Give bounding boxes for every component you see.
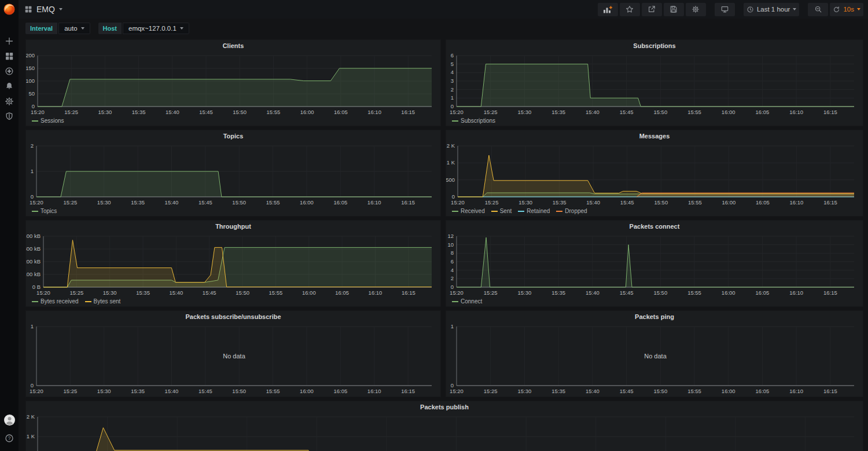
legend-color-dash	[452, 120, 458, 122]
x-axis-label: 15:55	[687, 289, 701, 296]
legend-item-subscriptions[interactable]: Subscriptions	[452, 118, 495, 124]
x-axis-label: 15:50	[653, 109, 667, 115]
title-caret-icon[interactable]	[59, 8, 62, 10]
x-axis-label: 15:50	[233, 109, 247, 115]
grafana-app: ? EMQ	[0, 0, 868, 451]
add-panel-button[interactable]	[598, 3, 618, 16]
sidebar-item-configuration[interactable]	[0, 94, 19, 109]
chart-packets-publish[interactable]: 05001 K2 K15:2015:2515:3015:3515:4015:45…	[26, 401, 864, 451]
add-panel-icon	[603, 5, 613, 14]
x-axis-label: 15:25	[63, 199, 77, 206]
chart-subscriptions[interactable]: 012345615:2015:2515:3015:3515:4015:4515:…	[446, 40, 864, 127]
legend-packets-connect: Connect	[452, 298, 482, 305]
panel-subscriptions: Subscriptions012345615:2015:2515:3015:35…	[446, 39, 863, 126]
gear-icon	[5, 97, 14, 106]
sidebar-nav	[0, 34, 19, 124]
y-axis-label: 1	[31, 323, 34, 329]
y-axis-label: 150	[26, 65, 35, 71]
legend-item-sent[interactable]: Sent	[491, 208, 512, 214]
legend-item-received[interactable]: Received	[452, 208, 485, 214]
refresh-caret-icon	[857, 8, 860, 10]
zoom-out-icon	[814, 5, 822, 13]
y-axis-label: 1	[31, 168, 34, 174]
star-icon	[626, 5, 634, 13]
legend-item-retained[interactable]: Retained	[518, 208, 550, 214]
legend-item-connect[interactable]: Connect	[452, 298, 482, 305]
sidebar-item-explore[interactable]	[0, 64, 19, 79]
legend-item-sessions[interactable]: Sessions	[32, 118, 64, 124]
legend-item-topics[interactable]: Topics	[32, 208, 57, 214]
submenu: Interval auto Host emqx~127.0.0.1	[19, 19, 868, 38]
sidebar-item-create[interactable]	[0, 34, 19, 49]
top-navbar: EMQ	[19, 0, 868, 19]
chart-throughput[interactable]: 0 B100 kB200 kB300 kB400 kB15:2015:2515:…	[26, 221, 442, 307]
legend-item-bytes-sent[interactable]: Bytes sent	[85, 298, 121, 305]
x-axis-label: 15:50	[653, 388, 667, 394]
chart-topics[interactable]: 01215:2015:2515:3015:3515:4015:4515:5015…	[26, 130, 442, 217]
cycle-view-mode-button[interactable]	[715, 3, 735, 16]
grafana-logo-icon[interactable]	[2, 2, 16, 16]
bell-icon	[5, 82, 14, 91]
save-dashboard-button[interactable]	[664, 3, 684, 16]
sidebar-item-dashboards[interactable]	[0, 49, 19, 64]
series-area-packets-publish	[38, 428, 854, 451]
x-axis-label: 15:35	[136, 289, 150, 296]
variable-interval-value[interactable]: auto	[58, 23, 90, 34]
x-axis-label: 15:50	[654, 199, 668, 206]
x-axis-label: 16:15	[823, 388, 837, 394]
user-avatar[interactable]	[3, 414, 16, 428]
x-axis-label: 16:00	[300, 199, 314, 206]
share-button[interactable]	[642, 3, 662, 16]
legend-color-dash	[452, 211, 458, 212]
dashboard-grid: Clients05010015020015:2015:2515:3015:351…	[0, 0, 868, 451]
no-data-text: No data	[644, 353, 667, 360]
x-axis-label: 15:55	[269, 289, 283, 296]
x-axis-label: 16:05	[333, 199, 347, 206]
variable-host-value[interactable]: emqx~127.0.0.1	[123, 23, 189, 34]
sidebar-item-server-admin[interactable]	[0, 109, 19, 124]
refresh-picker[interactable]: 10s	[830, 3, 863, 16]
x-axis-label: 15:55	[266, 388, 280, 394]
panel-clients: Clients05010015020015:2015:2515:3015:351…	[25, 39, 441, 126]
x-axis-label: 16:05	[756, 388, 770, 394]
legend-item-bytes-received[interactable]: Bytes received	[32, 298, 79, 305]
time-range-picker[interactable]: Last 1 hour	[744, 3, 800, 16]
chart-packets-connect[interactable]: 02468101215:2015:2515:3015:3515:4015:451…	[446, 221, 864, 307]
no-data-text: No data	[223, 353, 245, 360]
refresh-interval-label: 10s	[843, 6, 854, 13]
chart-clients[interactable]: 05010015020015:2015:2515:3015:3515:4015:…	[26, 40, 442, 127]
variable-interval-label: Interval	[25, 23, 57, 34]
x-axis-label: 16:10	[367, 199, 381, 206]
panel-packets-connect: Packets connect02468101215:2015:2515:301…	[446, 220, 863, 307]
x-axis-label: 15:45	[203, 289, 216, 296]
dashboard-title[interactable]: EMQ	[36, 5, 55, 14]
y-axis-label: 2 K	[27, 413, 35, 420]
x-axis-label: 16:10	[789, 109, 803, 115]
y-axis-label: 300 kB	[26, 245, 41, 252]
x-axis-label: 16:05	[334, 109, 348, 115]
legend-topics: Topics	[32, 208, 57, 214]
chart-messages[interactable]: 05001 K2 K15:2015:2515:3015:3515:4015:45…	[446, 130, 864, 217]
refresh-icon	[833, 6, 840, 13]
panel-packets-ping: Packets ping0115:2015:2515:3015:3515:401…	[446, 310, 863, 397]
zoom-out-button[interactable]	[808, 3, 828, 16]
settings-button[interactable]	[686, 3, 706, 16]
x-axis-label: 16:15	[823, 109, 837, 115]
y-axis-label: 1	[451, 323, 454, 329]
legend-color-dash	[452, 301, 458, 302]
sidebar-item-alerting[interactable]	[0, 79, 19, 94]
chart-packets-ping[interactable]: 0115:2015:2515:3015:3515:4015:4515:5015:…	[446, 311, 864, 398]
x-axis-label: 16:05	[333, 388, 347, 394]
sidebar: ?	[0, 0, 19, 451]
time-range-caret-icon	[793, 8, 796, 10]
legend-item-dropped[interactable]: Dropped	[556, 208, 587, 214]
chart-packets-subscribe-unsubscribe[interactable]: 0115:2015:2515:3015:3515:4015:4515:5015:…	[26, 311, 442, 398]
series-area-dropped	[637, 193, 854, 197]
y-axis-label: 50	[28, 90, 35, 97]
help-icon[interactable]: ?	[5, 434, 14, 445]
legend-messages: ReceivedSentRetainedDropped	[452, 208, 587, 214]
x-axis-label: 15:45	[620, 289, 634, 296]
variable-interval: Interval auto	[25, 23, 90, 34]
star-button[interactable]	[620, 3, 640, 16]
legend-color-dash	[32, 120, 38, 122]
